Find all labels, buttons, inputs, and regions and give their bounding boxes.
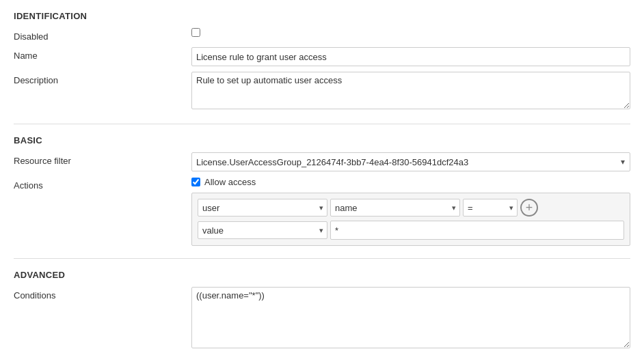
resource-filter-select[interactable]: License.UserAccessGroup_2126474f-3bb7-4e… xyxy=(191,152,630,171)
condition-row-1: user name = + xyxy=(198,199,624,217)
conditions-input[interactable] xyxy=(191,287,630,348)
advanced-title: ADVANCED xyxy=(14,270,630,280)
description-value xyxy=(191,72,630,111)
name-row: Name xyxy=(14,47,630,66)
description-row: Description xyxy=(14,72,630,111)
name-label: Name xyxy=(14,47,191,61)
condition-builder: user name = + xyxy=(191,193,630,246)
subject-select[interactable]: user xyxy=(198,199,327,217)
disabled-row: Disabled xyxy=(14,28,630,42)
resource-filter-label: Resource filter xyxy=(14,152,191,166)
divider-2 xyxy=(14,258,630,259)
name-input[interactable] xyxy=(191,47,630,66)
subject-select-wrapper: user xyxy=(198,199,327,217)
basic-title: BASIC xyxy=(14,135,630,145)
divider-1 xyxy=(14,124,630,124)
name-value xyxy=(191,47,630,66)
type-select[interactable]: value xyxy=(198,221,327,239)
allow-access-label: Allow access xyxy=(204,177,256,187)
conditions-value xyxy=(191,287,630,350)
description-input[interactable] xyxy=(191,72,630,109)
actions-row: Actions Allow access user xyxy=(14,177,630,246)
description-label: Description xyxy=(14,72,191,85)
condition-row-2: value xyxy=(198,221,624,240)
disabled-label: Disabled xyxy=(14,28,191,42)
field-select[interactable]: name xyxy=(330,199,460,217)
resource-filter-value: License.UserAccessGroup_2126474f-3bb7-4e… xyxy=(191,152,630,171)
resource-filter-select-wrapper: License.UserAccessGroup_2126474f-3bb7-4e… xyxy=(191,152,630,171)
add-condition-button[interactable]: + xyxy=(520,199,538,217)
resource-filter-row: Resource filter License.UserAccessGroup_… xyxy=(14,152,630,171)
field-select-wrapper: name xyxy=(330,199,460,217)
condition-value-input[interactable] xyxy=(330,221,624,240)
operator-select[interactable]: = xyxy=(463,199,518,217)
actions-area: Allow access user name xyxy=(191,177,630,246)
operator-select-wrapper: = xyxy=(463,199,518,217)
advanced-section: ADVANCED Conditions xyxy=(14,270,630,350)
disabled-value xyxy=(191,28,630,39)
basic-section: BASIC Resource filter License.UserAccess… xyxy=(14,135,630,246)
page-container: IDENTIFICATION Disabled Name Description… xyxy=(0,0,644,362)
allow-access-checkbox[interactable] xyxy=(191,178,200,186)
identification-title: IDENTIFICATION xyxy=(14,11,630,21)
allow-access-row: Allow access xyxy=(191,177,630,187)
actions-label: Actions xyxy=(14,177,191,191)
disabled-checkbox[interactable] xyxy=(191,28,200,37)
type-select-wrapper: value xyxy=(198,221,327,239)
conditions-label: Conditions xyxy=(14,287,191,301)
identification-section: IDENTIFICATION Disabled Name Description xyxy=(14,11,630,111)
conditions-row: Conditions xyxy=(14,287,630,350)
